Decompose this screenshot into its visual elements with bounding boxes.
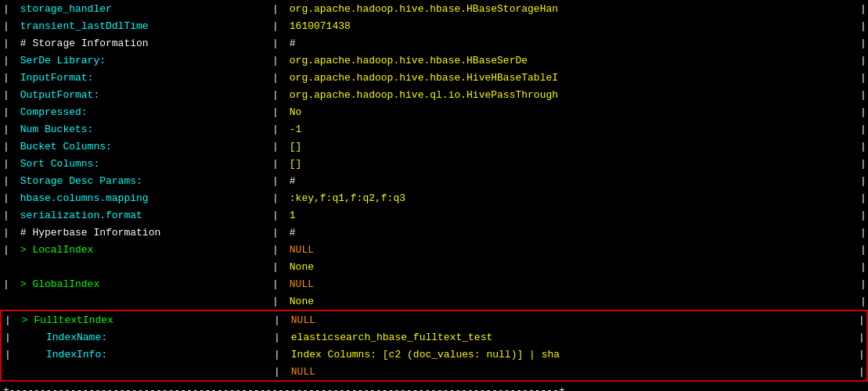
row-name: IndexName: [13, 331, 271, 344]
table-row: | Num Buckets:| -1| [0, 120, 868, 138]
pipe-left: | [0, 88, 11, 102]
row-name: Num Buckets: [11, 123, 269, 136]
pipe-sep: | [271, 314, 282, 327]
pipe-right: | [855, 314, 866, 327]
table-row: | transient_lastDdlTime| 1610071438| [0, 17, 868, 34]
row-name: serialization.format [11, 209, 269, 222]
row-value: NULL [280, 243, 857, 256]
row-value: None [280, 260, 857, 274]
row-value: # [280, 37, 857, 50]
table-row: | # Storage Information| #| [0, 34, 868, 52]
pipe-right: | [857, 157, 868, 170]
table-row: | OutputFormat:| org.apache.hadoop.hive.… [0, 86, 868, 103]
pipe-sep: | [269, 260, 280, 274]
pipe-left: | [2, 331, 13, 344]
row-name: > GlobalIndex [11, 278, 269, 291]
pipe-left: | [0, 37, 11, 50]
row-name: > FulltextIndex [13, 314, 271, 327]
row-name [13, 365, 271, 378]
row-name: Storage Desc Params: [11, 174, 269, 188]
pipe-sep: | [269, 123, 280, 136]
pipe-left: | [0, 157, 11, 170]
row-value: # [280, 174, 857, 188]
pipe-left: | [2, 348, 13, 361]
pipe-right: | [857, 209, 868, 222]
table-row: | > LocalIndex| NULL| [0, 241, 868, 258]
pipe-left: | [0, 278, 11, 291]
pipe-right: | [857, 192, 868, 205]
pipe-right: | [857, 226, 868, 239]
row-name: > LocalIndex [11, 243, 269, 256]
table-container: | storage_handler| org.apache.hadoop.hiv… [0, 0, 868, 310]
pipe-right: | [857, 2, 868, 16]
pipe-sep: | [269, 243, 280, 256]
row-name: OutputFormat: [11, 88, 269, 102]
table-row: | None| [0, 258, 868, 275]
bottom-border: +---------------------------------------… [0, 384, 568, 392]
row-name [11, 295, 269, 308]
pipe-right: | [855, 348, 866, 361]
pipe-right: | [855, 331, 866, 344]
row-value: NULL [282, 314, 855, 327]
pipe-sep: | [269, 20, 280, 33]
pipe-sep: | [269, 106, 280, 119]
table-row: | Sort Columns:| []| [0, 155, 868, 172]
table-row: | IndexName:| elasticsearch_hbase_fullte… [2, 328, 866, 346]
pipe-left: | [0, 54, 11, 67]
row-value: elasticsearch_hbase_fulltext_test [282, 331, 855, 344]
row-value: org.apache.hadoop.hive.ql.io.HivePassThr… [280, 88, 857, 102]
row-value: No [280, 106, 857, 119]
pipe-left: | [0, 2, 11, 16]
table-row: | > FulltextIndex| NULL| [2, 311, 866, 328]
pipe-right: | [857, 260, 868, 274]
row-name [11, 260, 269, 274]
row-value: [] [280, 140, 857, 153]
table-row: | InputFormat:| org.apache.hadoop.hive.h… [0, 69, 868, 86]
row-name: Sort Columns: [11, 157, 269, 170]
row-name: SerDe Library: [11, 54, 269, 67]
table-row: | None| [0, 292, 868, 310]
terminal-window: | storage_handler| org.apache.hadoop.hiv… [0, 0, 868, 391]
pipe-sep: | [269, 37, 280, 50]
row-name: hbase.columns.mapping [11, 192, 269, 205]
pipe-left: | [0, 106, 11, 119]
row-value: [] [280, 157, 857, 170]
table-row: | > GlobalIndex| NULL| [0, 275, 868, 292]
row-value: None [280, 295, 857, 308]
row-name: IndexInfo: [13, 348, 271, 361]
pipe-sep: | [269, 295, 280, 308]
pipe-right: | [857, 106, 868, 119]
table-row: | Compressed:| No| [0, 103, 868, 120]
table-row: | Storage Desc Params:| #| [0, 172, 868, 189]
pipe-right: | [857, 37, 868, 50]
row-value: :key,f:q1,f:q2,f:q3 [280, 192, 857, 205]
pipe-left: | [0, 209, 11, 222]
pipe-left: | [0, 140, 11, 153]
pipe-right: | [855, 365, 866, 378]
pipe-right: | [857, 174, 868, 188]
pipe-right: | [857, 54, 868, 67]
pipe-right: | [857, 278, 868, 291]
pipe-spacer [2, 365, 13, 378]
pipe-sep: | [269, 192, 280, 205]
row-name: # Storage Information [11, 37, 269, 50]
pipe-right: | [857, 295, 868, 308]
row-value: -1 [280, 123, 857, 136]
pipe-sep: | [269, 278, 280, 291]
pipe-sep: | [269, 88, 280, 102]
table-row: | storage_handler| org.apache.hadoop.hiv… [0, 0, 868, 17]
pipe-sep: | [269, 2, 280, 16]
pipe-spacer [0, 260, 11, 274]
pipe-sep: | [269, 174, 280, 188]
row-name: storage_handler [11, 2, 269, 16]
row-value: 1610071438 [280, 20, 857, 33]
pipe-sep: | [269, 71, 280, 84]
pipe-left: | [2, 314, 13, 327]
table-row: | IndexInfo:| Index Columns: [c2 (doc_va… [2, 346, 866, 363]
table-row: | serialization.format| 1| [0, 206, 868, 224]
pipe-left: | [0, 71, 11, 84]
row-value: # [280, 226, 857, 239]
pipe-sep: | [271, 365, 282, 378]
table-row: | hbase.columns.mapping| :key,f:q1,f:q2,… [0, 189, 868, 206]
table-row: | # Hyperbase Information| #| [0, 224, 868, 241]
